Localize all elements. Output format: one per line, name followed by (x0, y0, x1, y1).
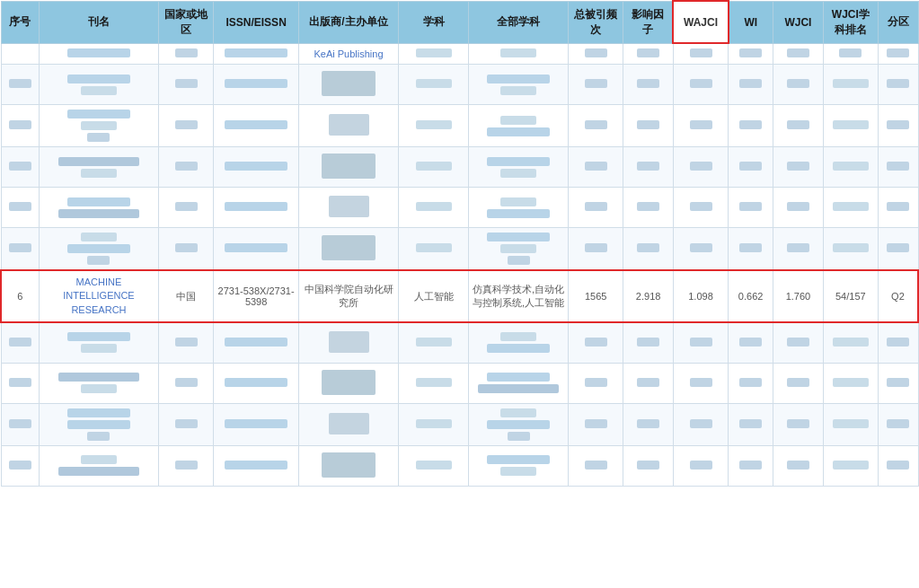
row-wjci-rank: 54/157 (823, 270, 878, 322)
journal-table-container: 序号 刊名 国家或地区 ISSN/EISSN 出版商/主办单位 学科 全部学科 … (0, 0, 919, 487)
row-all-subject: 仿真科学技术,自动化与控制系统,人工智能 (468, 270, 568, 322)
highlighted-journal-row: 6 MACHINE INTELLIGENCE RESEARCH 中国 2731-… (1, 270, 918, 322)
col-q: 分区 (878, 1, 918, 43)
table-row (1, 65, 918, 105)
row-journal-name[interactable]: MACHINE INTELLIGENCE RESEARCH (39, 270, 158, 322)
row-wi: 0.662 (729, 270, 773, 322)
row-seq: 6 (1, 270, 39, 322)
journal-table: 序号 刊名 国家或地区 ISSN/EISSN 出版商/主办单位 学科 全部学科 … (0, 0, 919, 487)
row-wjci: 1.760 (773, 270, 824, 322)
table-row (1, 147, 918, 188)
table-row (1, 105, 918, 147)
table-row: KeAi Publishing (1, 43, 918, 65)
table-header-row: 序号 刊名 国家或地区 ISSN/EISSN 出版商/主办单位 学科 全部学科 … (1, 1, 918, 43)
col-wajci[interactable]: WAJCI (673, 1, 728, 43)
col-country: 国家或地区 (159, 1, 214, 43)
row-q: Q2 (878, 270, 918, 322)
col-issn: ISSN/EISSN (214, 1, 299, 43)
col-wjci-rank: WJCI学科排名 (823, 1, 878, 43)
row-publisher: 中国科学院自动化研究所 (298, 270, 398, 322)
table-row (1, 445, 918, 486)
table-row (1, 403, 918, 445)
row-subject: 人工智能 (399, 270, 469, 322)
row-wajci: 1.098 (673, 270, 728, 322)
col-subject: 学科 (399, 1, 469, 43)
col-impact: 影响因子 (623, 1, 674, 43)
col-wjci: WJCI (773, 1, 824, 43)
row-impact: 2.918 (623, 270, 674, 322)
col-publisher: 出版商/主办单位 (298, 1, 398, 43)
row-country: 中国 (159, 270, 214, 322)
col-all-subject: 全部学科 (468, 1, 568, 43)
table-row (1, 322, 918, 363)
col-name: 刊名 (39, 1, 158, 43)
col-seq: 序号 (1, 1, 39, 43)
col-citations: 总被引频次 (569, 1, 623, 43)
table-row (1, 363, 918, 403)
table-row (1, 228, 918, 271)
table-row (1, 188, 918, 228)
col-wi: WI (729, 1, 773, 43)
row-issn: 2731-538X/2731-5398 (214, 270, 299, 322)
row-citations: 1565 (569, 270, 623, 322)
